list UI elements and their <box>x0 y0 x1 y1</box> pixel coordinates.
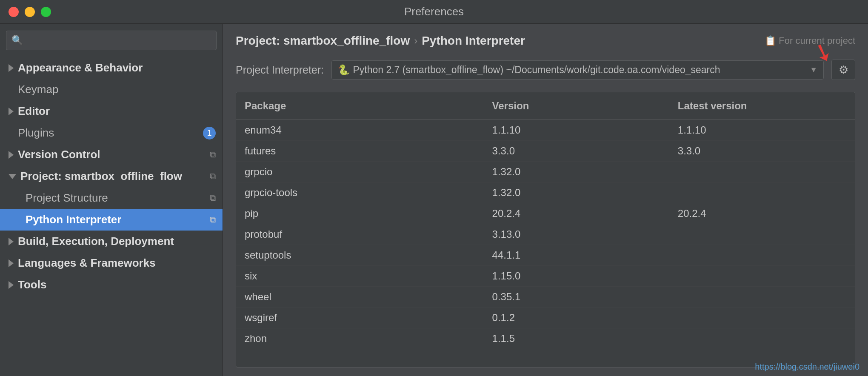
search-icon: 🔍 <box>11 35 23 46</box>
table-header: Package Version Latest version <box>236 92 855 120</box>
breadcrumb: Project: smartbox_offline_flow › Python … <box>236 34 855 48</box>
cell-version: 0.35.1 <box>484 287 669 307</box>
maximize-button[interactable] <box>41 7 51 17</box>
breadcrumb-page: Python Interpreter <box>422 34 525 48</box>
footer-link[interactable]: https://blog.csdn.net/jiuwei0 <box>755 362 859 372</box>
sidebar: 🔍 Appearance & Behavior Keymap Editor Pl… <box>0 24 223 376</box>
table-body: enum341.1.101.1.10futures3.3.03.3.0grpci… <box>236 120 855 349</box>
expand-icon <box>9 238 14 245</box>
table-row[interactable]: wheel0.35.1 <box>236 287 855 308</box>
sidebar-item-python-interpreter[interactable]: Python Interpreter ⧉ <box>0 209 223 231</box>
table-row[interactable]: protobuf3.13.0 <box>236 224 855 245</box>
sidebar-item-label: Appearance & Behavior <box>18 61 143 74</box>
cell-latest <box>669 287 855 307</box>
table-row[interactable]: enum341.1.101.1.10 <box>236 120 855 141</box>
expand-icon <box>9 259 14 267</box>
note-icon: 📋 <box>765 35 776 46</box>
table-row[interactable]: zhon1.1.5 <box>236 328 855 349</box>
cell-latest <box>669 182 855 203</box>
plugins-badge: 1 <box>203 127 216 140</box>
sidebar-item-appearance[interactable]: Appearance & Behavior <box>0 57 223 79</box>
gear-button[interactable]: ⚙ <box>831 60 855 80</box>
cell-latest <box>669 162 855 182</box>
expand-icon <box>9 151 14 159</box>
interpreter-label: Project Interpreter: <box>236 64 324 76</box>
copy-icon: ⧉ <box>210 150 216 160</box>
copy-icon: ⧉ <box>210 171 216 181</box>
table-row[interactable]: futures3.3.03.3.0 <box>236 141 855 162</box>
main-layout: 🔍 Appearance & Behavior Keymap Editor Pl… <box>0 24 868 376</box>
breadcrumb-note: 📋 For current project <box>765 35 855 46</box>
sidebar-item-version-control[interactable]: Version Control ⧉ <box>0 144 223 165</box>
sidebar-item-label: Version Control <box>18 148 100 161</box>
interpreter-row: Project Interpreter: 🐍 Python 2.7 (smart… <box>236 60 855 80</box>
expand-icon <box>9 64 14 72</box>
content-pane: Project: smartbox_offline_flow › Python … <box>223 24 868 376</box>
table-row[interactable]: grpcio-tools1.32.0 <box>236 182 855 203</box>
cell-version: 0.1.2 <box>484 308 669 328</box>
col-latest: Latest version <box>669 97 855 115</box>
packages-table: Package Version Latest version enum341.1… <box>236 92 855 367</box>
cell-latest <box>669 224 855 245</box>
search-bar[interactable]: 🔍 <box>6 31 217 50</box>
cell-version: 3.13.0 <box>484 224 669 245</box>
expand-icon <box>9 281 14 289</box>
sidebar-item-label: Python Interpreter <box>26 213 121 226</box>
cell-latest: 20.2.4 <box>669 203 855 224</box>
sidebar-item-project[interactable]: Project: smartbox_offline_flow ⧉ <box>0 165 223 187</box>
expand-icon <box>9 108 14 115</box>
cell-latest <box>669 245 855 265</box>
cell-version: 3.3.0 <box>484 141 669 161</box>
cell-package: zhon <box>236 328 484 349</box>
breadcrumb-separator: › <box>414 35 417 47</box>
cell-version: 1.15.0 <box>484 266 669 286</box>
minimize-button[interactable] <box>25 7 35 17</box>
cell-latest <box>669 328 855 349</box>
sidebar-item-project-structure[interactable]: Project Structure ⧉ <box>0 187 223 209</box>
cell-latest: 3.3.0 <box>669 141 855 161</box>
table-row[interactable]: pip20.2.420.2.4 <box>236 203 855 224</box>
cell-package: pip <box>236 203 484 224</box>
sidebar-item-label: Project Structure <box>26 191 108 205</box>
sidebar-item-label: Build, Execution, Deployment <box>18 235 174 248</box>
table-row[interactable]: setuptools44.1.1 <box>236 245 855 266</box>
cell-version: 1.32.0 <box>484 182 669 203</box>
cell-package: wsgiref <box>236 308 484 328</box>
copy-icon: ⧉ <box>210 193 216 203</box>
cell-package: grpcio <box>236 162 484 182</box>
gear-icon: ⚙ <box>839 63 848 77</box>
note-text: For current project <box>779 35 855 46</box>
cell-package: enum34 <box>236 120 484 140</box>
sidebar-item-editor[interactable]: Editor <box>0 100 223 122</box>
search-input[interactable] <box>26 34 211 46</box>
cell-version: 1.32.0 <box>484 162 669 182</box>
sidebar-item-label: Plugins <box>18 126 54 140</box>
dropdown-arrow-icon: ▼ <box>810 66 817 74</box>
cell-version: 1.1.5 <box>484 328 669 349</box>
col-package: Package <box>236 97 484 115</box>
sidebar-item-plugins[interactable]: Plugins 1 <box>0 122 223 144</box>
cell-package: setuptools <box>236 245 484 265</box>
table-row[interactable]: wsgiref0.1.2 <box>236 308 855 328</box>
sidebar-item-tools[interactable]: Tools <box>0 274 223 296</box>
close-button[interactable] <box>9 7 19 17</box>
sidebar-item-build[interactable]: Build, Execution, Deployment <box>0 231 223 252</box>
sidebar-item-languages[interactable]: Languages & Frameworks <box>0 252 223 274</box>
sidebar-item-keymap[interactable]: Keymap <box>0 79 223 100</box>
cell-package: wheel <box>236 287 484 307</box>
table-row[interactable]: grpcio1.32.0 <box>236 162 855 182</box>
interpreter-dropdown[interactable]: 🐍 Python 2.7 (smartbox_offline_flow) ~/D… <box>331 60 824 80</box>
col-version: Version <box>484 97 669 115</box>
interpreter-dropdown-text: 🐍 Python 2.7 (smartbox_offline_flow) ~/D… <box>338 64 805 76</box>
collapse-icon <box>9 174 16 179</box>
cell-latest: 1.1.10 <box>669 120 855 140</box>
window-title: Preferences <box>404 5 464 18</box>
sidebar-item-label: Keymap <box>18 83 58 96</box>
cell-package: protobuf <box>236 224 484 245</box>
traffic-lights <box>9 7 51 17</box>
cell-package: grpcio-tools <box>236 182 484 203</box>
table-row[interactable]: six1.15.0 <box>236 266 855 287</box>
sidebar-item-label: Languages & Frameworks <box>18 256 156 270</box>
cell-version: 1.1.10 <box>484 120 669 140</box>
sidebar-item-label: Editor <box>18 105 50 118</box>
